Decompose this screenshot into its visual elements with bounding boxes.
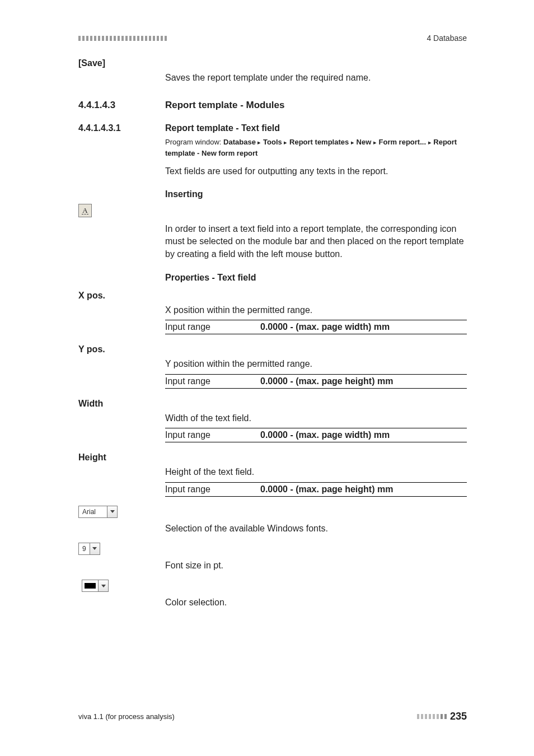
text-field-icon: A <box>78 204 92 217</box>
width-range-value: 0.0000 - (max. page width) mm <box>260 428 467 442</box>
breadcrumb: Program window: Database ▸ Tools ▸ Repor… <box>165 137 467 158</box>
chevron-down-icon <box>98 580 108 591</box>
ypos-range-table: Input range 0.0000 - (max. page height) … <box>165 374 467 389</box>
footer-left: viva 1.1 (for process analysis) <box>78 712 175 721</box>
height-range-value: 0.0000 - (max. page height) mm <box>260 482 467 496</box>
width-desc: Width of the text field. <box>165 412 467 424</box>
save-label: [Save] <box>78 58 165 68</box>
inserting-title: Inserting <box>165 189 203 199</box>
footer-decoration <box>417 714 447 719</box>
ypos-label: Y pos. <box>78 344 165 354</box>
fontsize-value: 9 <box>79 543 90 554</box>
page-number: 235 <box>450 711 467 722</box>
font-dropdown[interactable]: Arial <box>78 506 118 518</box>
width-range-label: Input range <box>165 428 260 442</box>
chevron-down-icon <box>107 506 117 517</box>
ypos-range-value: 0.0000 - (max. page height) mm <box>260 374 467 388</box>
save-desc: Saves the report template under the requ… <box>165 72 467 84</box>
page-header: 4 Database <box>78 34 467 43</box>
xpos-range-label: Input range <box>165 320 260 334</box>
subsection-title: Report template - Text field <box>165 123 280 133</box>
height-range-label: Input range <box>165 482 260 496</box>
xpos-desc: X position within the permitted range. <box>165 304 467 316</box>
height-label: Height <box>78 452 165 463</box>
xpos-range-table: Input range 0.0000 - (max. page width) m… <box>165 320 467 334</box>
height-range-table: Input range 0.0000 - (max. page height) … <box>165 482 467 497</box>
fontsize-desc: Font size in pt. <box>165 559 467 572</box>
inserting-desc: In order to insert a text field into a r… <box>165 223 467 260</box>
color-dropdown[interactable] <box>82 580 109 592</box>
ypos-desc: Y position within the permitted range. <box>165 358 467 370</box>
page: 4 Database [Save] Saves the report templ… <box>0 0 534 756</box>
font-value: Arial <box>79 506 107 517</box>
subsection-num: 4.4.1.4.3.1 <box>78 123 121 133</box>
height-desc: Height of the text field. <box>165 466 467 478</box>
width-range-table: Input range 0.0000 - (max. page width) m… <box>165 428 467 442</box>
section-title: Report template - Modules <box>165 100 284 110</box>
properties-title: Properties - Text field <box>165 273 256 282</box>
chevron-down-icon <box>90 543 100 554</box>
fontsize-dropdown[interactable]: 9 <box>78 543 100 555</box>
width-label: Width <box>78 399 165 409</box>
header-decoration <box>78 36 167 41</box>
color-swatch <box>85 583 96 589</box>
xpos-range-value: 0.0000 - (max. page width) mm <box>260 320 467 334</box>
xpos-label: X pos. <box>78 291 165 301</box>
ypos-range-label: Input range <box>165 374 260 388</box>
section-num: 4.4.1.4.3 <box>78 100 115 110</box>
color-desc: Color selection. <box>165 596 467 609</box>
subsection-desc: Text fields are used for outputting any … <box>165 165 467 178</box>
chapter-label: 4 Database <box>427 34 467 43</box>
font-desc: Selection of the available Windows fonts… <box>165 522 467 535</box>
page-footer: viva 1.1 (for process analysis) 235 <box>78 711 467 722</box>
